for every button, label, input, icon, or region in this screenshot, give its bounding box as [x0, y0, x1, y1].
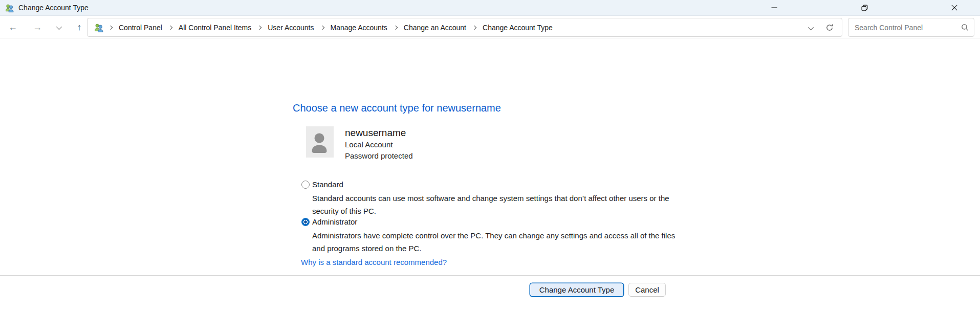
standard-option: Standard Standard accounts can use most … [301, 180, 669, 217]
why-standard-recommended-link[interactable]: Why is a standard account recommended? [301, 258, 447, 266]
forward-button[interactable]: → [32, 23, 43, 32]
breadcrumb-change-account-type[interactable]: Change Account Type [482, 23, 554, 33]
user-accounts-icon [94, 23, 104, 33]
administrator-option: Administrator Administrators have comple… [301, 217, 675, 255]
chevron-right-icon [394, 25, 398, 29]
navigation-bar: ← → ↑ Control Panel All Control Panel It… [0, 16, 980, 38]
user-accounts-icon [5, 3, 15, 13]
breadcrumb-user-accounts[interactable]: User Accounts [267, 23, 315, 33]
restore-button[interactable] [853, 0, 876, 15]
address-bar[interactable]: Control Panel All Control Panel Items Us… [87, 18, 842, 37]
chevron-right-icon [257, 25, 262, 29]
change-account-type-button[interactable]: Change Account Type [530, 283, 624, 297]
minimize-button[interactable] [763, 0, 786, 15]
back-button[interactable]: ← [7, 23, 18, 32]
page-content: Choose a new account type for newusernam… [0, 39, 980, 312]
address-dropdown-chevron-icon[interactable] [808, 23, 812, 32]
chevron-right-icon [472, 25, 476, 29]
user-tile: newusername Local Account Password prote… [306, 126, 413, 162]
window-title: Change Account Type [18, 4, 89, 12]
breadcrumb-manage-accounts[interactable]: Manage Accounts [330, 23, 388, 33]
breadcrumb: Control Panel All Control Panel Items Us… [108, 23, 554, 33]
recent-locations-chevron-icon[interactable] [56, 23, 60, 32]
standard-radio[interactable] [301, 181, 310, 189]
cancel-button[interactable]: Cancel [628, 283, 666, 297]
chevron-right-icon [168, 25, 172, 29]
password-status-label: Password protected [345, 150, 413, 162]
administrator-description: Administrators have complete control ove… [312, 229, 675, 255]
standard-description: Standard accounts can use most software … [312, 192, 669, 217]
search-input[interactable] [855, 24, 961, 32]
title-bar: Change Account Type [0, 0, 980, 16]
close-button[interactable] [943, 0, 966, 15]
refresh-icon[interactable] [825, 24, 834, 32]
administrator-radio-label[interactable]: Administrator [312, 217, 357, 226]
control-panel-window: Change Account Type ← → ↑ [0, 0, 980, 312]
chevron-right-icon [108, 25, 113, 29]
up-button[interactable]: ↑ [74, 23, 85, 32]
footer-divider [0, 275, 980, 276]
chevron-right-icon [320, 25, 324, 29]
breadcrumb-all-control-panel-items[interactable]: All Control Panel Items [178, 23, 252, 33]
breadcrumb-change-an-account[interactable]: Change an Account [403, 23, 467, 33]
search-box[interactable] [848, 18, 974, 37]
search-icon[interactable] [961, 24, 969, 31]
breadcrumb-control-panel[interactable]: Control Panel [118, 23, 163, 33]
administrator-radio[interactable] [301, 218, 310, 226]
page-title: Choose a new account type for newusernam… [293, 102, 501, 114]
user-avatar-icon [306, 126, 334, 158]
standard-radio-label[interactable]: Standard [312, 180, 343, 189]
account-type-label: Local Account [345, 139, 413, 150]
account-name: newusername [345, 127, 413, 139]
